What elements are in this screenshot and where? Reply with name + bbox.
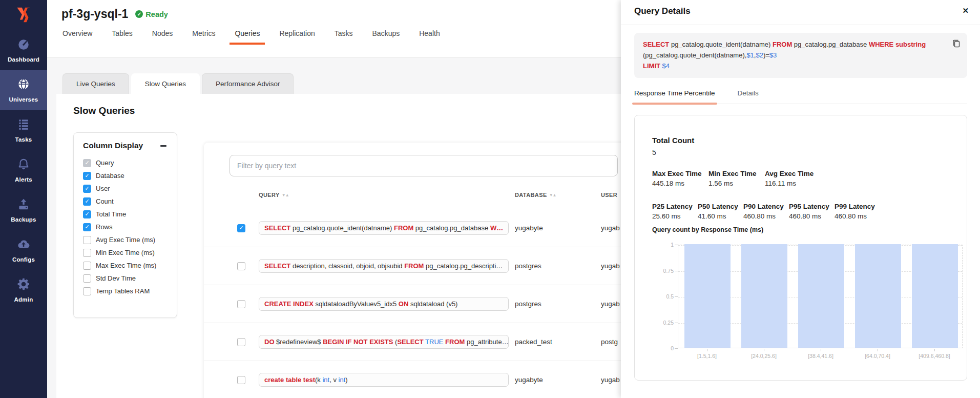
checkbox-database[interactable]: ✓ — [83, 172, 91, 180]
row-checkbox[interactable] — [237, 300, 245, 308]
histogram-bar — [798, 244, 844, 348]
column-option-label: Avg Exec Time (ms) — [96, 236, 155, 244]
sql-keyword: BEGIN IF NOT EXISTS — [323, 338, 393, 346]
query-text-pill[interactable]: SELECT pg_catalog.quote_ident(datname) F… — [259, 221, 509, 235]
sql-keyword: SELECT — [397, 338, 423, 346]
sidebar-item-configs[interactable]: Configs — [0, 230, 47, 270]
query-text-pill[interactable]: DO $redefineview$ BEGIN IF NOT EXISTS (S… — [259, 335, 509, 349]
checkbox-avg-exec-time-ms-[interactable] — [83, 236, 91, 244]
sql-text: sqldataload (v5) — [408, 300, 457, 308]
x-axis-tick-label: [24.0,25.6] — [733, 353, 795, 359]
sidebar-item-label: Tasks — [15, 136, 32, 143]
dashboard-icon — [17, 37, 30, 53]
database-cell: packed_test — [515, 338, 601, 346]
sql-text: sqldataloadByValuev5_idx5 — [314, 300, 399, 308]
checkbox-std-dev-time[interactable] — [83, 274, 91, 283]
sidebar-item-alerts[interactable]: Alerts — [0, 150, 47, 190]
tab-health[interactable]: Health — [419, 29, 440, 45]
checkbox-max-exec-time-ms-[interactable] — [83, 262, 91, 270]
sidebar-item-dashboard[interactable]: Dashboard — [0, 30, 47, 70]
stat-max-exec-time: Max Exec Time445.18 ms — [652, 170, 708, 187]
stat-label: P90 Latency — [743, 203, 789, 210]
column-header-database: DATABASE▼▲ — [515, 192, 601, 198]
y-axis-tick — [675, 323, 678, 323]
stat-value: 25.60 ms — [652, 212, 698, 220]
universe-title: pf-3g-ysql-1 — [61, 7, 128, 21]
universes-icon — [17, 77, 30, 93]
query-text-pill[interactable]: SELECT description, classoid, objoid, ob… — [259, 259, 509, 273]
column-header-label: QUERY — [259, 192, 280, 198]
row-checkbox[interactable] — [237, 262, 245, 270]
y-axis-tick-label: 0 — [651, 345, 674, 351]
tab-metrics[interactable]: Metrics — [192, 29, 215, 45]
sql-param: TRUE — [425, 338, 443, 346]
sidebar-item-admin[interactable]: Admin — [0, 270, 47, 310]
column-option-label: Count — [96, 197, 114, 205]
sql-text: pg_catalog.quote_ident(datname) — [669, 41, 773, 48]
yugabyte-logo-icon[interactable] — [0, 0, 47, 30]
collapse-minus-icon[interactable] — [159, 142, 168, 150]
query-text-pill[interactable]: create table test(k int, v int) — [259, 373, 509, 387]
stat-label: P99 Latency — [835, 203, 880, 210]
sql-keyword: FROM — [773, 41, 792, 48]
sql-keyword: create table test — [264, 376, 315, 384]
detail-tab-response-time-percentile[interactable]: Response Time Percentile — [634, 87, 715, 104]
query-text-pill[interactable]: CREATE INDEX sqldataloadByValuev5_idx5 O… — [259, 297, 509, 311]
sort-arrows-icon[interactable]: ▼▲ — [282, 193, 289, 197]
sidebar-item-label: Dashboard — [8, 56, 39, 63]
subtab-performance-advisor[interactable]: Performance Advisor — [202, 73, 294, 94]
copy-icon[interactable] — [952, 38, 961, 48]
checkbox-rows[interactable]: ✓ — [83, 223, 91, 231]
status-badge: ✓ Ready — [135, 10, 168, 18]
subtab-slow-queries[interactable]: Slow Queries — [131, 73, 200, 94]
row-checkbox[interactable]: ✓ — [237, 224, 245, 232]
close-icon[interactable]: ✕ — [962, 6, 969, 15]
latency-stats: P25 Latency25.60 msP50 Latency41.60 msP9… — [652, 203, 880, 220]
tab-backups[interactable]: Backups — [372, 29, 400, 45]
sort-arrows-icon[interactable]: ▼▲ — [549, 193, 556, 197]
tab-tables[interactable]: Tables — [112, 29, 132, 45]
sidebar-item-backups[interactable]: Backups — [0, 190, 47, 230]
row-checkbox-cell — [237, 376, 259, 384]
x-axis-tick — [707, 349, 707, 351]
exec-time-stats: Max Exec Time445.18 msMin Exec Time1.56 … — [652, 170, 821, 187]
column-option: ✓Count — [83, 195, 168, 208]
checkbox-user[interactable]: ✓ — [83, 185, 91, 193]
column-option-label: Rows — [96, 223, 113, 231]
stat-value: 460.80 ms — [835, 212, 880, 220]
query-cell: SELECT pg_catalog.quote_ident(datname) F… — [259, 221, 515, 235]
query-cell: DO $redefineview$ BEGIN IF NOT EXISTS (S… — [259, 335, 515, 349]
sql-keyword: CREATE INDEX — [264, 300, 314, 308]
histogram-bar — [855, 244, 901, 348]
checkbox-query: ✓ — [83, 159, 91, 167]
checkbox-min-exec-time-ms-[interactable] — [83, 249, 91, 257]
column-header-label: USER — [601, 192, 617, 198]
column-display-title: Column Display — [83, 141, 143, 150]
row-checkbox-cell — [237, 300, 259, 308]
column-option: ✓Total Time — [83, 208, 168, 221]
sidebar-item-universes[interactable]: Universes — [0, 70, 47, 110]
sidebar-item-tasks[interactable]: Tasks — [0, 110, 47, 150]
stat-label: P95 Latency — [789, 203, 835, 210]
tab-nodes[interactable]: Nodes — [152, 29, 173, 45]
query-filter-input[interactable] — [230, 155, 618, 176]
database-cell: postgres — [515, 262, 601, 270]
checkbox-total-time[interactable]: ✓ — [83, 210, 91, 218]
stat-p95-latency: P95 Latency460.80 ms — [789, 203, 835, 220]
histogram-bar — [912, 244, 958, 348]
checkbox-temp-tables-ram[interactable] — [83, 287, 91, 295]
subtab-live-queries[interactable]: Live Queries — [62, 73, 129, 94]
sql-text: pg_catalog.pg_descripti… — [424, 262, 503, 270]
tab-tasks[interactable]: Tasks — [335, 29, 353, 45]
column-option: Std Dev Time — [83, 272, 168, 285]
tab-queries[interactable]: Queries — [235, 29, 260, 45]
tab-replication[interactable]: Replication — [279, 29, 315, 45]
stat-label: Avg Exec Time — [765, 170, 821, 177]
tab-overview[interactable]: Overview — [62, 29, 92, 45]
row-checkbox[interactable] — [237, 338, 245, 346]
row-checkbox[interactable] — [237, 376, 245, 384]
sidebar-item-label: Backups — [11, 216, 36, 223]
detail-tab-details[interactable]: Details — [738, 87, 759, 104]
checkbox-count[interactable]: ✓ — [83, 197, 91, 206]
stat-p25-latency: P25 Latency25.60 ms — [652, 203, 698, 220]
